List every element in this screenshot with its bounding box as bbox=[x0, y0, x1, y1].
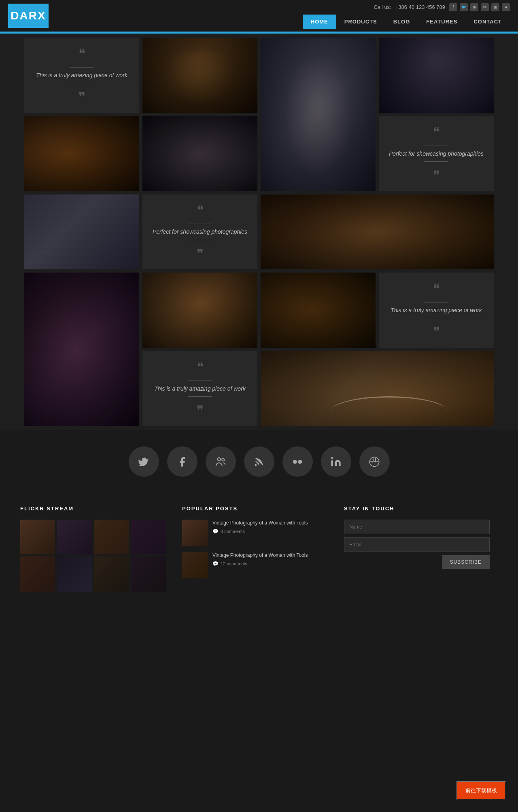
quote-cell-2: ❝ Perfect for showcasing photographies ❞ bbox=[379, 116, 494, 191]
quote-cell-5: ❝ This is a truly amazing piece of work … bbox=[142, 351, 257, 426]
flickr-thumb-1[interactable] bbox=[20, 520, 55, 554]
flickr-thumb-7[interactable] bbox=[94, 556, 129, 591]
photo-grid-section: ❝ This is a truly amazing piece of work … bbox=[0, 34, 518, 430]
social-icons-section bbox=[0, 430, 518, 493]
flickr-thumb-5[interactable] bbox=[20, 556, 55, 591]
photo-cell-4[interactable] bbox=[24, 116, 139, 191]
post-comments-1: 💬 8 comments bbox=[212, 529, 328, 534]
flickr-thumb-2[interactable] bbox=[57, 520, 92, 554]
flickr-thumb-6[interactable] bbox=[57, 556, 92, 591]
subscribe-button[interactable]: SUBSCRIBE bbox=[442, 555, 490, 569]
flickr-thumb-8[interactable] bbox=[131, 556, 166, 591]
header-social-mail[interactable]: ✉ bbox=[481, 3, 489, 11]
photo-city[interactable] bbox=[24, 195, 139, 269]
name-input[interactable] bbox=[344, 520, 490, 534]
nav-home[interactable]: HOME bbox=[303, 15, 336, 29]
quote-text-3: Perfect for showcasing photographies bbox=[153, 227, 247, 236]
social-twitter[interactable] bbox=[129, 446, 159, 477]
nav-blog[interactable]: BLOG bbox=[385, 15, 418, 29]
flickr-thumb-4[interactable] bbox=[131, 520, 166, 554]
post-item-1: Vintage Photography of a Woman with Tool… bbox=[182, 520, 328, 546]
post-title-2[interactable]: Vintage Photography of a Woman with Tool… bbox=[212, 552, 328, 559]
touch-title: STAY IN TOUCH bbox=[344, 505, 490, 512]
photo-cell-8[interactable] bbox=[142, 273, 257, 348]
footer: FLICKR STREAM POPULAR POSTS Vintage Phot… bbox=[0, 493, 518, 604]
post-thumb-1[interactable] bbox=[182, 520, 208, 546]
quote-text-5: This is a truly amazing piece of work bbox=[154, 384, 246, 393]
post-item-2: Vintage Photography of a Woman with Tool… bbox=[182, 552, 328, 578]
touch-col: STAY IN TOUCH SUBSCRIBE bbox=[336, 505, 498, 592]
contact-bar: Call us: +386 40 123 456 789 f 🐦 ⊕ ✉ ⊞ ★ bbox=[374, 3, 510, 11]
social-rss[interactable] bbox=[244, 446, 274, 477]
post-comments-2: 💬 12 comments bbox=[212, 561, 328, 567]
flickr-title: FLICKR STREAM bbox=[20, 505, 166, 512]
photo-cell-2[interactable] bbox=[261, 38, 376, 191]
posts-title: POPULAR POSTS bbox=[182, 505, 328, 512]
header-social-fb[interactable]: f bbox=[449, 3, 457, 11]
post-thumb-2[interactable] bbox=[182, 552, 208, 578]
svg-point-0 bbox=[218, 458, 221, 461]
svg-rect-5 bbox=[331, 460, 333, 466]
flickr-thumb-3[interactable] bbox=[94, 520, 129, 554]
header: DARX Call us: +386 40 123 456 789 f 🐦 ⊕ … bbox=[0, 0, 518, 32]
logo: DARX bbox=[8, 4, 49, 28]
flickr-grid bbox=[20, 520, 166, 592]
post-title-1[interactable]: Vintage Photography of a Woman with Tool… bbox=[212, 520, 328, 527]
nav-contact[interactable]: CONTACT bbox=[465, 15, 510, 29]
photo-cell-7[interactable] bbox=[24, 273, 139, 426]
svg-point-2 bbox=[255, 464, 257, 466]
main-nav: HOME PRODUCTS BLOG FEATURES CONTACT bbox=[303, 15, 510, 29]
social-people[interactable] bbox=[206, 446, 236, 477]
social-facebook[interactable] bbox=[167, 446, 197, 477]
photo-cell-6[interactable] bbox=[261, 195, 494, 269]
photo-cell-1[interactable] bbox=[142, 38, 257, 113]
social-linkedin[interactable] bbox=[321, 446, 351, 477]
header-social-pin[interactable]: ⊞ bbox=[491, 3, 499, 11]
svg-point-4 bbox=[298, 460, 302, 464]
social-dribbble[interactable] bbox=[359, 446, 390, 477]
photo-cell-9[interactable] bbox=[261, 273, 376, 348]
phone-label: Call us: bbox=[374, 4, 391, 10]
flickr-col: FLICKR STREAM bbox=[20, 505, 174, 592]
svg-point-1 bbox=[222, 458, 224, 461]
photo-cell-3[interactable] bbox=[379, 38, 494, 113]
social-flickr[interactable] bbox=[282, 446, 313, 477]
quote-cell-3: ❝ Perfect for showcasing photographies ❞ bbox=[142, 195, 257, 269]
quote-text-2: Perfect for showcasing photographies bbox=[389, 149, 484, 158]
quote-text-4: This is a truly amazing piece of work bbox=[391, 306, 482, 315]
quote-cell-4: ❝ This is a truly amazing piece of work … bbox=[379, 273, 494, 348]
email-input[interactable] bbox=[344, 537, 490, 552]
svg-point-6 bbox=[331, 457, 333, 459]
photo-cell-5[interactable] bbox=[142, 116, 257, 191]
nav-features[interactable]: FEATURES bbox=[418, 15, 465, 29]
header-social-star[interactable]: ★ bbox=[502, 3, 510, 11]
quote-text-1: This is a truly amazing piece of work bbox=[36, 71, 127, 80]
nav-products[interactable]: PRODUCTS bbox=[336, 15, 385, 29]
photo-car[interactable] bbox=[261, 351, 494, 426]
header-social-tw[interactable]: 🐦 bbox=[460, 3, 468, 11]
phone-number: +386 40 123 456 789 bbox=[395, 4, 445, 10]
svg-point-3 bbox=[293, 460, 297, 464]
header-social-rss[interactable]: ⊕ bbox=[470, 3, 478, 11]
quote-cell-1: ❝ This is a truly amazing piece of work … bbox=[24, 38, 139, 113]
posts-col: POPULAR POSTS Vintage Photography of a W… bbox=[174, 505, 336, 592]
